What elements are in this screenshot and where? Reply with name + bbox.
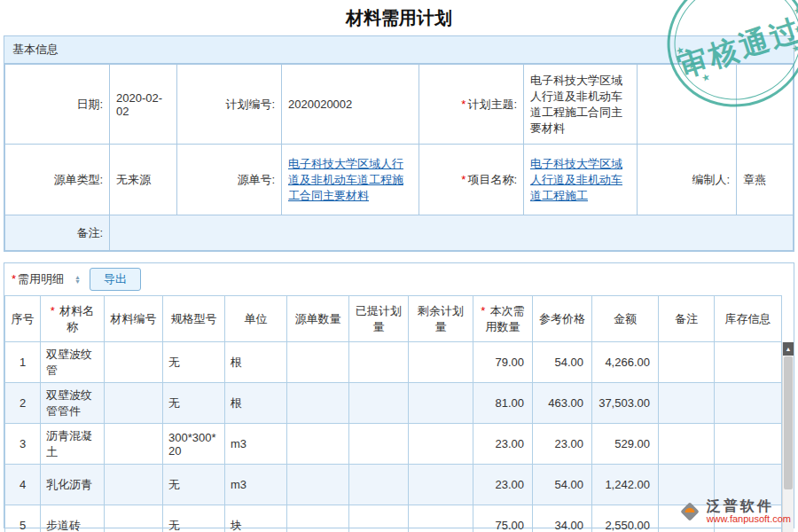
project-label: *项目名称:: [419, 145, 524, 215]
table-cell-remark: [659, 424, 715, 465]
table-cell-material-code: [105, 465, 163, 505]
required-marker: *: [12, 272, 16, 286]
basic-info-table: 日期: 2020-02-02 计划编号: 2020020002 *计划主题: 电…: [4, 64, 794, 251]
table-cell-source-qty: [287, 342, 349, 383]
table-cell-submitted-qty: [349, 342, 409, 383]
date-value: 2020-02-02: [110, 65, 177, 145]
table-cell-required-qty: 79.00: [473, 342, 533, 383]
project-value: 电子科技大学区域人行道及非机动车道工程施工: [524, 145, 638, 215]
table-row[interactable]: 2双壁波纹管管件无根81.00463.0037,503.00: [5, 383, 782, 424]
remark-label: 备注:: [5, 215, 110, 251]
table-cell-required-qty: 81.00: [473, 383, 533, 424]
detail-table-wrap: 序号* 材料名称材料编号规格型号单位源单数量已提计划量剩余计划量* 本次需用数量…: [4, 295, 794, 532]
table-cell-required-qty: 23.00: [473, 424, 533, 465]
basic-info-section: 基本信息 日期: 2020-02-02 计划编号: 2020020002 *计划…: [4, 35, 794, 252]
table-cell-spec: 300*300*20: [163, 424, 225, 465]
table-cell-ref-price: 54.00: [533, 342, 592, 383]
scrollbar-thumb[interactable]: [784, 356, 793, 489]
table-cell-unit: m3: [225, 424, 287, 465]
plan-topic-label: *计划主题:: [419, 65, 524, 145]
table-cell-material-name: 步道砖: [41, 505, 105, 532]
detail-section-header: *需用明细 ▲ ▼ 导出: [4, 263, 794, 295]
table-row[interactable]: 3沥青混凝土300*300*20m323.0023.00529.00: [5, 424, 782, 465]
table-cell-unit: 根: [225, 342, 287, 383]
detail-table: 序号* 材料名称材料编号规格型号单位源单数量已提计划量剩余计划量* 本次需用数量…: [4, 295, 782, 532]
table-cell-material-code: [105, 383, 163, 424]
empty-value: [737, 65, 794, 145]
column-header-ref-price: 参考价格: [533, 296, 592, 342]
table-cell-ref-price: 23.00: [533, 424, 592, 465]
table-cell-required-qty: 23.00: [473, 465, 533, 505]
table-cell-seq: 4: [5, 465, 41, 505]
column-header-seq: 序号: [5, 296, 41, 342]
fanpu-logo-icon: [678, 500, 701, 523]
table-cell-source-qty: [287, 505, 349, 532]
table-cell-unit: 块: [225, 505, 287, 532]
table-cell-spec: 无: [163, 383, 225, 424]
table-cell-material-name: 沥青混凝土: [41, 424, 105, 465]
required-marker: *: [461, 98, 466, 111]
detail-section: *需用明细 ▲ ▼ 导出 序号* 材料名称材料编号规格型号单位源单数量已提计划量…: [4, 262, 794, 528]
table-cell-submitted-qty: [349, 383, 409, 424]
column-header-material-code: 材料编号: [105, 296, 163, 342]
date-label: 日期:: [5, 65, 110, 145]
table-cell-required-qty: 75.00: [473, 505, 533, 532]
table-cell-stock-info: [715, 383, 782, 424]
required-marker: *: [461, 173, 466, 186]
plan-no-value: 2020020002: [282, 65, 419, 145]
table-cell-ref-price: 54.00: [533, 465, 592, 505]
table-row[interactable]: 1双壁波纹管无根79.0054.004,266.00: [5, 342, 782, 383]
table-cell-remaining-qty: [409, 342, 473, 383]
table-cell-remaining-qty: [409, 424, 473, 465]
table-cell-source-qty: [287, 424, 349, 465]
table-cell-ref-price: 34.00: [533, 505, 592, 532]
brand-url[interactable]: www.fanpusoft.com: [707, 513, 791, 524]
remark-value: [110, 215, 794, 251]
column-header-submitted-qty: 已提计划量: [349, 296, 409, 342]
brand-watermark: 泛普软件 www.fanpusoft.com: [678, 498, 791, 524]
required-marker: *: [51, 304, 59, 317]
column-header-required-qty: * 本次需用数量: [473, 296, 533, 342]
table-cell-amount: 4,266.00: [592, 342, 659, 383]
table-row[interactable]: 5步道砖无块75.0034.002,550.00: [5, 505, 782, 532]
source-type-label: 源单类型:: [5, 145, 110, 215]
table-cell-submitted-qty: [349, 465, 409, 505]
page-title: 材料需用计划: [0, 0, 798, 35]
required-marker: *: [481, 304, 489, 317]
table-cell-remaining-qty: [409, 465, 473, 505]
source-no-link[interactable]: 电子科技大学区域人行道及非机动车道工程施工合同主要材料: [288, 157, 403, 202]
table-cell-stock-info: [715, 342, 782, 383]
column-header-remark: 备注: [659, 296, 715, 342]
table-cell-seq: 2: [5, 383, 41, 424]
detail-section-title: *需用明细: [12, 271, 64, 287]
table-cell-unit: m3: [225, 465, 287, 505]
column-header-material-name: * 材料名称: [41, 296, 105, 342]
table-cell-remaining-qty: [409, 383, 473, 424]
table-cell-amount: 37,503.00: [592, 383, 659, 424]
source-no-label: 源单号:: [177, 145, 282, 215]
table-cell-seq: 5: [5, 505, 41, 532]
scroll-up-button[interactable]: ▲: [783, 342, 794, 356]
sort-icon[interactable]: ▲ ▼: [74, 275, 81, 284]
table-cell-material-code: [105, 505, 163, 532]
table-cell-amount: 1,242.00: [592, 465, 659, 505]
table-cell-remaining-qty: [409, 505, 473, 532]
table-row[interactable]: 4乳化沥青无m323.0054.001,242.00: [5, 465, 782, 505]
table-cell-remark: [659, 342, 715, 383]
project-link[interactable]: 电子科技大学区域人行道及非机动车道工程施工: [530, 157, 622, 202]
table-cell-submitted-qty: [349, 505, 409, 532]
table-cell-spec: 无: [163, 465, 225, 505]
table-cell-material-name: 乳化沥青: [41, 465, 105, 505]
brand-name: 泛普软件: [707, 498, 791, 513]
basic-info-header: 基本信息: [4, 36, 794, 64]
column-header-amount: 金额: [592, 296, 659, 342]
sort-down-icon: ▼: [74, 279, 81, 284]
export-button[interactable]: 导出: [90, 268, 141, 291]
column-header-stock-info: 库存信息: [715, 296, 782, 342]
plan-topic-value: 电子科技大学区域人行道及非机动车道工程施工合同主要材料: [524, 65, 638, 145]
table-cell-material-code: [105, 342, 163, 383]
detail-header-row: 序号* 材料名称材料编号规格型号单位源单数量已提计划量剩余计划量* 本次需用数量…: [5, 296, 782, 342]
table-cell-seq: 3: [5, 424, 41, 465]
column-header-remaining-qty: 剩余计划量: [409, 296, 473, 342]
author-label: 编制人:: [638, 145, 737, 215]
